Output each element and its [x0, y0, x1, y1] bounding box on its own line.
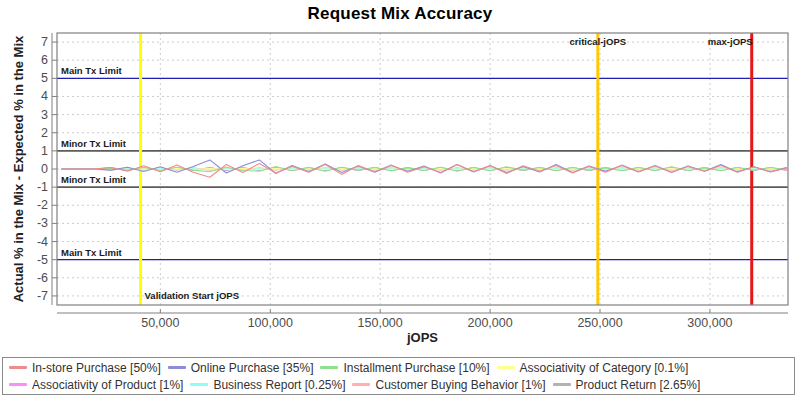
- y-tick-label: -6: [37, 271, 48, 285]
- legend-label: In-store Purchase [50%]: [32, 361, 161, 375]
- limit-lines: Main Tx LimitMinor Tx LimitMinor Tx Limi…: [57, 65, 788, 259]
- legend-label: Associativity of Category [0.1%]: [520, 361, 689, 375]
- limit-line-label: Minor Tx Limit: [61, 138, 127, 149]
- y-tick-label: -5: [37, 253, 48, 267]
- marker-label: max-jOPS: [708, 36, 753, 47]
- legend-item: In-store Purchase [50%]: [9, 361, 161, 375]
- legend-swatch: [9, 383, 27, 386]
- y-tick-label: -7: [37, 289, 48, 303]
- x-axis-title: jOPS: [57, 330, 788, 345]
- marker-label: critical-jOPS: [570, 36, 627, 47]
- y-tick-label: -4: [37, 235, 48, 249]
- y-tick-label: -1: [37, 180, 48, 194]
- plot-area: Main Tx LimitMinor Tx LimitMinor Tx Limi…: [0, 0, 800, 352]
- y-tick-label: 2: [41, 126, 48, 140]
- limit-line-label: Minor Tx Limit: [61, 174, 127, 185]
- marker-label: Validation Start jOPS: [145, 290, 240, 301]
- legend-item: Product Return [2.65%]: [553, 378, 701, 392]
- y-tick-label: 6: [41, 53, 48, 67]
- legend-item: Associativity of Product [1%]: [9, 378, 183, 392]
- legend-label: Customer Buying Behavior [1%]: [375, 378, 545, 392]
- y-tick-label: 0: [41, 162, 48, 176]
- legend-swatch: [9, 366, 27, 369]
- legend-swatch: [497, 366, 515, 369]
- legend-item: Installment Purchase [10%]: [320, 361, 489, 375]
- y-tick-label: 1: [41, 144, 48, 158]
- y-tick-label: 4: [41, 89, 48, 103]
- legend-label: Business Report [0.25%]: [213, 378, 345, 392]
- x-tick-label: 150,000: [358, 316, 403, 330]
- legend-item: Associativity of Category [0.1%]: [497, 361, 689, 375]
- legend-row: In-store Purchase [50%]Online Purchase […: [9, 359, 788, 376]
- x-tick-label: 100,000: [248, 316, 293, 330]
- legend-swatch: [190, 383, 208, 386]
- legend-label: Associativity of Product [1%]: [32, 378, 183, 392]
- x-tick-label: 50,000: [141, 316, 179, 330]
- legend-item: Business Report [0.25%]: [190, 378, 345, 392]
- x-tick-label: 250,000: [577, 316, 622, 330]
- y-tick-label: 7: [41, 35, 48, 49]
- legend-box: In-store Purchase [50%]Online Purchase […: [2, 357, 795, 395]
- legend-swatch: [553, 383, 571, 386]
- legend-label: Installment Purchase [10%]: [343, 361, 489, 375]
- axes: 76543210-1-2-3-4-5-6-750,000100,000150,0…: [37, 33, 788, 330]
- legend-swatch: [352, 383, 370, 386]
- y-tick-label: -3: [37, 216, 48, 230]
- legend-row: Associativity of Product [1%]Business Re…: [9, 376, 788, 393]
- limit-line-label: Main Tx Limit: [61, 65, 123, 76]
- legend-item: Online Purchase [35%]: [168, 361, 314, 375]
- legend-item: Customer Buying Behavior [1%]: [352, 378, 545, 392]
- legend-swatch: [320, 366, 338, 369]
- series-lines: [61, 160, 787, 177]
- legend-label: Online Purchase [35%]: [191, 361, 314, 375]
- y-tick-label: 3: [41, 108, 48, 122]
- legend-label: Product Return [2.65%]: [576, 378, 701, 392]
- y-tick-label: 5: [41, 71, 48, 85]
- x-tick-label: 200,000: [468, 316, 513, 330]
- legend-swatch: [168, 366, 186, 369]
- limit-line-label: Main Tx Limit: [61, 247, 123, 258]
- request-mix-accuracy-chart: Request Mix Accuracy Actual % in the Mix…: [0, 0, 800, 400]
- y-tick-label: -2: [37, 198, 48, 212]
- x-tick-label: 300,000: [687, 316, 732, 330]
